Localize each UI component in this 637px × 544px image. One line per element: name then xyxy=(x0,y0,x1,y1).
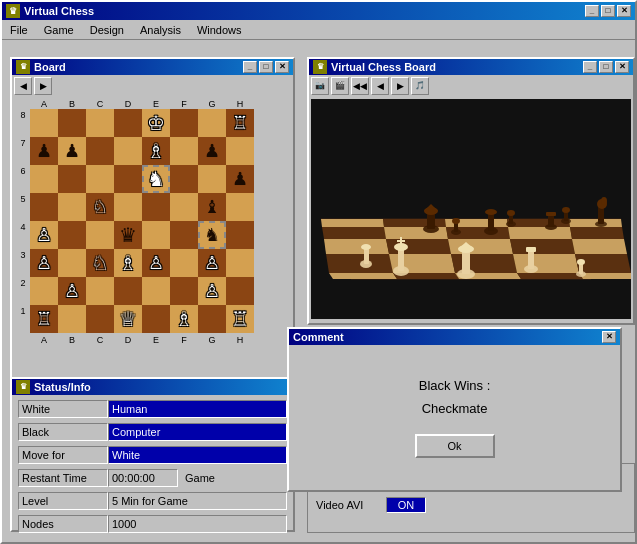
cell-f8[interactable] xyxy=(170,109,198,137)
cell-a5[interactable] xyxy=(30,193,58,221)
col-b: B xyxy=(58,99,86,109)
cell-g7[interactable]: ♟ xyxy=(198,137,226,165)
cell-g2[interactable]: ♙ xyxy=(198,277,226,305)
board-title-buttons: _ □ ✕ xyxy=(243,61,289,73)
cell-d4[interactable]: ♛ xyxy=(114,221,142,249)
cell-h3[interactable] xyxy=(226,249,254,277)
cell-e4[interactable] xyxy=(142,221,170,249)
cell-h6[interactable]: ♟ xyxy=(226,165,254,193)
cell-a3[interactable]: ♙ xyxy=(30,249,58,277)
cell-c3[interactable]: ♘ xyxy=(86,249,114,277)
menu-windows[interactable]: Windows xyxy=(193,23,246,37)
svg-marker-26 xyxy=(579,273,631,279)
toolbar-back-btn[interactable]: ◀ xyxy=(14,77,32,95)
cell-d5[interactable] xyxy=(114,193,142,221)
cell-b5[interactable] xyxy=(58,193,86,221)
cell-a6[interactable] xyxy=(30,165,58,193)
cell-d2[interactable] xyxy=(114,277,142,305)
cell-f2[interactable] xyxy=(170,277,198,305)
svg-marker-17 xyxy=(326,254,393,273)
toolbar-fwd-btn[interactable]: ▶ xyxy=(34,77,52,95)
cell-d7[interactable] xyxy=(114,137,142,165)
cell-g3[interactable]: ♙ xyxy=(198,249,226,277)
vcb-btn1[interactable]: 📷 xyxy=(311,77,329,95)
vcb-btn4[interactable]: ◀ xyxy=(371,77,389,95)
black-label: Black xyxy=(18,423,108,441)
vcb-window-title: Virtual Chess Board xyxy=(331,61,436,73)
cell-e3[interactable]: ♙ xyxy=(142,249,170,277)
cell-h5[interactable] xyxy=(226,193,254,221)
vcb-btn2[interactable]: 🎬 xyxy=(331,77,349,95)
cell-f6[interactable] xyxy=(170,165,198,193)
cell-b7[interactable]: ♟ xyxy=(58,137,86,165)
cell-d1[interactable]: ♕ xyxy=(114,305,142,333)
cell-g8[interactable] xyxy=(198,109,226,137)
cell-g1[interactable] xyxy=(198,305,226,333)
menu-analysis[interactable]: Analysis xyxy=(136,23,185,37)
cell-b6[interactable] xyxy=(58,165,86,193)
cell-f4[interactable] xyxy=(170,221,198,249)
cell-e8[interactable]: ♔ xyxy=(142,109,170,137)
cell-f3[interactable] xyxy=(170,249,198,277)
cell-b8[interactable] xyxy=(58,109,86,137)
close-button[interactable]: ✕ xyxy=(617,5,631,17)
vcb-close-button[interactable]: ✕ xyxy=(615,61,629,73)
maximize-button[interactable]: □ xyxy=(601,5,615,17)
cell-c6[interactable] xyxy=(86,165,114,193)
cell-g6[interactable] xyxy=(198,165,226,193)
cell-d6[interactable] xyxy=(114,165,142,193)
cell-e1[interactable] xyxy=(142,305,170,333)
vcb-window: ♛ Virtual Chess Board _ □ ✕ 📷 🎬 ◀◀ ◀ ▶ 🎵 xyxy=(307,57,635,325)
board-maximize-button[interactable]: □ xyxy=(259,61,273,73)
cell-f1[interactable]: ♗ xyxy=(170,305,198,333)
cell-c1[interactable] xyxy=(86,305,114,333)
comment-dialog: Comment ✕ Black Wins : Checkmate Ok xyxy=(287,327,622,492)
cell-f7[interactable] xyxy=(170,137,198,165)
chess-board-grid: A B C D E F G H ♔ xyxy=(30,99,254,345)
cell-a7[interactable]: ♟ xyxy=(30,137,58,165)
cell-h8[interactable]: ♖ xyxy=(226,109,254,137)
vcb-minimize-button[interactable]: _ xyxy=(583,61,597,73)
cell-b1[interactable] xyxy=(58,305,86,333)
cell-c5[interactable]: ♘ xyxy=(86,193,114,221)
cell-e2[interactable] xyxy=(142,277,170,305)
cell-c7[interactable] xyxy=(86,137,114,165)
cell-g5[interactable]: ♝ xyxy=(198,193,226,221)
board-close-button[interactable]: ✕ xyxy=(275,61,289,73)
cell-c8[interactable] xyxy=(86,109,114,137)
cell-a2[interactable] xyxy=(30,277,58,305)
menu-design[interactable]: Design xyxy=(86,23,128,37)
cell-a4[interactable]: ♙ xyxy=(30,221,58,249)
cell-h2[interactable] xyxy=(226,277,254,305)
comment-title-bar: Comment ✕ xyxy=(289,329,620,345)
cell-c2[interactable] xyxy=(86,277,114,305)
status-content: White Human Black Computer Move for Whit… xyxy=(12,395,293,541)
cell-e5[interactable] xyxy=(142,193,170,221)
cell-c4[interactable] xyxy=(86,221,114,249)
cell-b3[interactable] xyxy=(58,249,86,277)
cell-h1[interactable]: ♖ xyxy=(226,305,254,333)
cell-d3[interactable]: ♗ xyxy=(114,249,142,277)
cell-e7[interactable]: ♗ xyxy=(142,137,170,165)
vcb-btn5[interactable]: ▶ xyxy=(391,77,409,95)
board-minimize-button[interactable]: _ xyxy=(243,61,257,73)
cell-d8[interactable] xyxy=(114,109,142,137)
cell-b4[interactable] xyxy=(58,221,86,249)
vcb-btn3[interactable]: ◀◀ xyxy=(351,77,369,95)
minimize-button[interactable]: _ xyxy=(585,5,599,17)
cell-f5[interactable] xyxy=(170,193,198,221)
cell-g4[interactable]: ♞ xyxy=(198,221,226,249)
col-d: D xyxy=(114,99,142,109)
cell-a1[interactable]: ♖ xyxy=(30,305,58,333)
comment-ok-button[interactable]: Ok xyxy=(415,434,495,458)
cell-h7[interactable] xyxy=(226,137,254,165)
cell-b2[interactable]: ♙ xyxy=(58,277,86,305)
menu-game[interactable]: Game xyxy=(40,23,78,37)
vcb-btn6[interactable]: 🎵 xyxy=(411,77,429,95)
vcb-maximize-button[interactable]: □ xyxy=(599,61,613,73)
menu-file[interactable]: File xyxy=(6,23,32,37)
comment-close-button[interactable]: ✕ xyxy=(602,331,616,343)
cell-a8[interactable] xyxy=(30,109,58,137)
cell-h4[interactable] xyxy=(226,221,254,249)
cell-e6[interactable]: ♞ xyxy=(142,165,170,193)
